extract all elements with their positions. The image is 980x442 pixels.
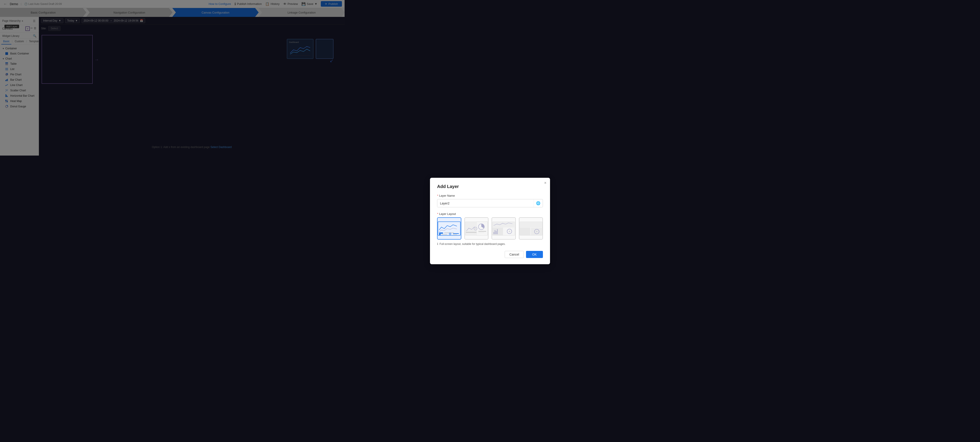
modal-overlay: × Add Layer * Layer Name 🌐 * Layer Layou… (0, 0, 345, 156)
